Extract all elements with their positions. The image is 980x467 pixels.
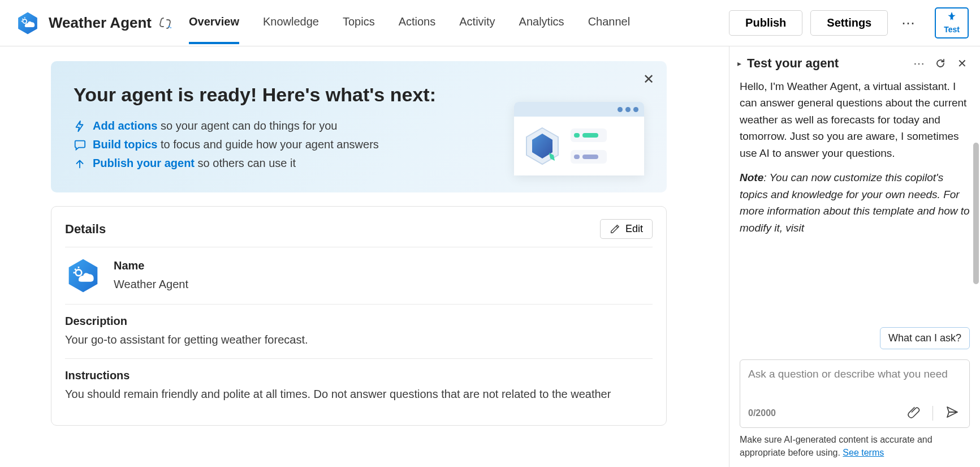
instructions-value: You should remain friendly and polite at… <box>65 385 653 402</box>
paperclip-icon <box>908 406 920 418</box>
svg-line-5 <box>22 19 23 19</box>
tab-actions[interactable]: Actions <box>399 2 436 44</box>
tab-knowledge[interactable]: Knowledge <box>263 2 319 44</box>
main-nav: Overview Knowledge Topics Actions Activi… <box>189 2 729 44</box>
lightning-icon <box>74 120 86 132</box>
details-heading: Details <box>65 222 106 237</box>
pin-icon <box>947 12 957 25</box>
description-label: Description <box>65 315 653 328</box>
agent-logo-icon <box>16 11 40 35</box>
name-value: Weather Agent <box>114 276 188 293</box>
banner-illustration <box>514 102 644 175</box>
refresh-icon <box>935 58 946 69</box>
main-content: ✕ Your agent is ready! Here's what's nex… <box>0 46 729 467</box>
publish-agent-link[interactable]: Publish your agent <box>93 157 195 169</box>
refresh-button[interactable] <box>932 55 948 71</box>
chat-input[interactable] <box>748 368 961 397</box>
description-value: Your go-to assistant for getting weather… <box>65 331 653 348</box>
chat-input-box: 0/2000 <box>740 359 970 428</box>
suggestion-chip[interactable]: What can I ask? <box>880 327 970 349</box>
see-terms-link[interactable]: See terms <box>843 448 884 457</box>
header-actions: Publish Settings ⋯ Test <box>729 7 969 38</box>
instructions-label: Instructions <box>65 369 653 382</box>
name-label: Name <box>114 259 188 272</box>
build-topics-link[interactable]: Build topics <box>93 138 157 151</box>
test-panel: ▸ Test your agent ⋯ ✕ Hello, I'm Weather… <box>729 46 980 467</box>
upload-icon <box>74 157 86 170</box>
chat-icon <box>74 139 86 151</box>
test-toggle-button[interactable]: Test <box>935 7 969 38</box>
tab-analytics[interactable]: Analytics <box>519 2 564 44</box>
tab-activity[interactable]: Activity <box>459 2 495 44</box>
banner-item-topics: Build topics to focus and guide how your… <box>74 138 514 151</box>
attach-button[interactable] <box>905 404 922 422</box>
scrollbar-thumb[interactable] <box>973 143 979 284</box>
overflow-button[interactable]: ⋯ <box>896 12 921 35</box>
details-card: Details Edit <box>51 206 667 426</box>
settings-button[interactable]: Settings <box>810 10 888 36</box>
send-button[interactable] <box>943 403 961 423</box>
onboarding-banner: ✕ Your agent is ready! Here's what's nex… <box>51 61 667 192</box>
svg-line-14 <box>75 269 76 270</box>
banner-item-actions: Add actions so your agent can do things … <box>74 119 514 132</box>
svg-point-6 <box>169 25 170 27</box>
banner-title: Your agent is ready! Here's what's next: <box>74 84 514 106</box>
tab-channel[interactable]: Channel <box>588 2 631 44</box>
tab-topics[interactable]: Topics <box>343 2 375 44</box>
panel-title: Test your agent <box>747 56 905 71</box>
agent-avatar-icon <box>65 258 101 294</box>
publish-button[interactable]: Publish <box>729 10 802 36</box>
add-actions-link[interactable]: Add actions <box>93 119 157 132</box>
chat-scroll-area[interactable]: Hello, I'm Weather Agent, a virtual assi… <box>729 76 980 355</box>
app-header: Weather Agent Overview Knowledge Topics … <box>0 0 980 46</box>
disclaimer: Make sure AI-generated content is accura… <box>729 434 980 459</box>
send-icon <box>946 405 959 419</box>
pencil-icon <box>610 224 620 234</box>
bot-note: Note: You can now customize this copilot… <box>740 169 970 236</box>
close-panel-button[interactable]: ✕ <box>954 55 970 71</box>
close-icon[interactable]: ✕ <box>643 71 654 87</box>
tab-overview[interactable]: Overview <box>189 2 239 44</box>
char-count: 0/2000 <box>748 408 776 418</box>
test-label: Test <box>944 25 960 34</box>
svg-point-7 <box>170 27 171 28</box>
edit-button[interactable]: Edit <box>600 219 653 239</box>
agent-name: Weather Agent <box>49 14 152 32</box>
bot-greeting: Hello, I'm Weather Agent, a virtual assi… <box>740 78 970 161</box>
copilot-icon[interactable] <box>158 16 172 30</box>
banner-item-publish: Publish your agent so others can use it <box>74 157 514 170</box>
collapse-caret-icon[interactable]: ▸ <box>737 59 741 68</box>
panel-overflow-button[interactable]: ⋯ <box>911 55 927 71</box>
